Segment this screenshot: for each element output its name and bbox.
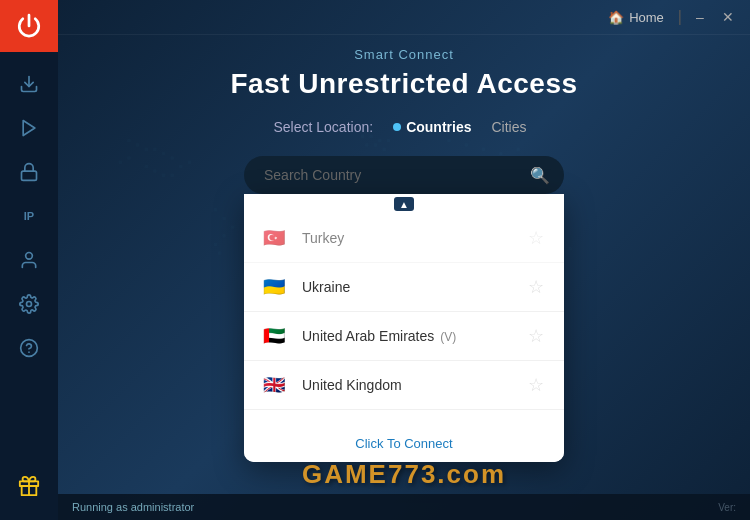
sidebar-download-icon[interactable] — [3, 62, 55, 106]
country-list: 🇹🇷Turkey☆🇺🇦Ukraine☆🇦🇪United Arab Emirate… — [244, 214, 564, 424]
sidebar-play-icon[interactable] — [3, 106, 55, 150]
favorite-star[interactable]: ☆ — [524, 274, 548, 300]
close-button[interactable]: ✕ — [714, 6, 742, 28]
sidebar-settings-icon[interactable] — [3, 282, 55, 326]
country-flag: 🇬🇧 — [260, 371, 288, 399]
svg-point-3 — [26, 253, 33, 260]
cities-option[interactable]: Cities — [483, 116, 534, 138]
svg-marker-1 — [23, 121, 35, 136]
scroll-top: ▲ — [244, 194, 564, 214]
favorite-star[interactable]: ☆ — [524, 372, 548, 398]
active-dot — [393, 123, 401, 131]
search-input[interactable] — [244, 156, 564, 194]
minimize-button[interactable]: – — [686, 6, 714, 28]
country-item[interactable]: 🇦🇪United Arab Emirates(V)☆ — [244, 312, 564, 361]
sidebar-account-icon[interactable] — [3, 238, 55, 282]
home-icon: 🏠 — [608, 10, 624, 25]
location-selector: Select Location: Countries Cities — [274, 116, 535, 138]
favorite-star[interactable]: ☆ — [524, 225, 548, 251]
favorite-star[interactable]: ☆ — [524, 323, 548, 349]
sidebar: IP — [0, 0, 58, 520]
country-name: United Kingdom — [302, 377, 524, 393]
countries-option[interactable]: Countries — [385, 116, 479, 138]
country-name: Turkey — [302, 230, 524, 246]
sidebar-gift-icon[interactable] — [3, 464, 55, 508]
country-flag: 🇺🇦 — [260, 273, 288, 301]
countries-label: Countries — [406, 119, 471, 135]
main-content: 🏠 Home | – ✕ Smart Connect Fast Unrestri… — [58, 0, 750, 520]
location-label: Select Location: — [274, 119, 374, 135]
location-options: Countries Cities — [385, 116, 534, 138]
sidebar-power-btn[interactable] — [0, 0, 58, 52]
country-badge: (V) — [440, 330, 456, 344]
connect-link[interactable]: Click To Connect — [355, 436, 452, 451]
status-text: Running as administrator — [72, 501, 194, 513]
country-item[interactable]: 🇺🇸United States☆ — [244, 410, 564, 424]
country-flag: 🇺🇸 — [260, 420, 288, 424]
connect-row: Click To Connect — [244, 424, 564, 462]
search-container: 🔍 — [244, 156, 564, 194]
country-dropdown: ▲ 🇹🇷Turkey☆🇺🇦Ukraine☆🇦🇪United Arab Emira… — [244, 194, 564, 462]
svg-rect-2 — [22, 171, 37, 180]
page-title: Fast Unrestricted Access — [230, 68, 577, 100]
statusbar: Running as administrator Ver: — [58, 494, 750, 520]
country-name: United Arab Emirates(V) — [302, 328, 524, 344]
sidebar-help-icon[interactable] — [3, 326, 55, 370]
app-subtitle: Smart Connect — [354, 47, 454, 62]
svg-point-4 — [27, 302, 32, 307]
country-item[interactable]: 🇬🇧United Kingdom☆ — [244, 361, 564, 410]
cities-label: Cities — [491, 119, 526, 135]
sidebar-lock-icon[interactable] — [3, 150, 55, 194]
sidebar-ip-icon[interactable]: IP — [3, 194, 55, 238]
country-name: Ukraine — [302, 279, 524, 295]
content-area: Smart Connect Fast Unrestricted Access S… — [58, 35, 750, 520]
home-label: Home — [629, 10, 664, 25]
country-flag: 🇹🇷 — [260, 224, 288, 252]
titlebar: 🏠 Home | – ✕ — [58, 0, 750, 35]
country-flag: 🇦🇪 — [260, 322, 288, 350]
search-icon[interactable]: 🔍 — [530, 166, 550, 185]
country-item[interactable]: 🇹🇷Turkey☆ — [244, 214, 564, 263]
titlebar-separator: | — [678, 8, 682, 26]
home-button[interactable]: 🏠 Home — [598, 8, 674, 27]
scroll-up-button[interactable]: ▲ — [394, 197, 414, 211]
favorite-star[interactable]: ☆ — [524, 421, 548, 424]
country-item[interactable]: 🇺🇦Ukraine☆ — [244, 263, 564, 312]
version-text: Ver: — [718, 502, 736, 513]
